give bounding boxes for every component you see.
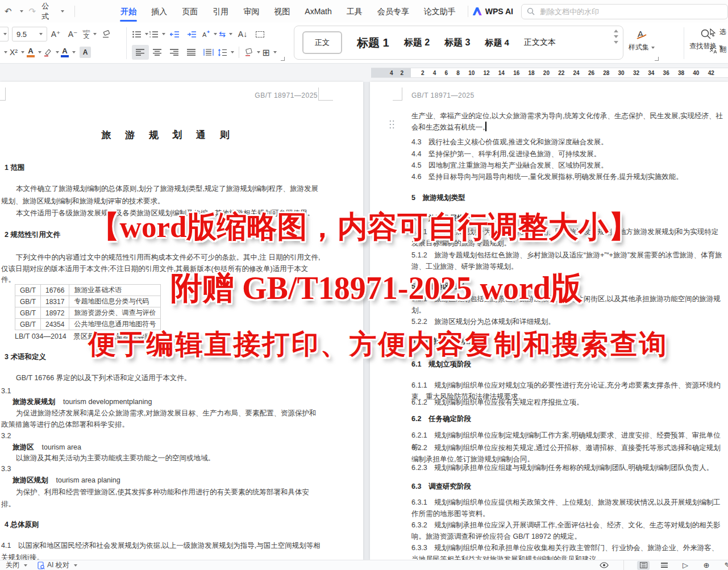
paragraph: 6.3.1 规划编制组织单位应提供相关政策文件、上位规划、旅游发展现状情况,以及…	[411, 497, 723, 519]
wps-writer-window: ↶ ↷ 公式 开始 插入 页面 引用 审阅 视图 AxMath 工具 会员专享 …	[0, 0, 728, 570]
paragraph: 4.6 坚持目标导向与问题导向相统一,量化发展指标,明确发展任务,提升规划实施效…	[411, 171, 723, 183]
clear-format-icon[interactable]	[98, 27, 115, 41]
tab-paper-helper[interactable]: 论文助手	[417, 0, 463, 23]
edit-pen-icon[interactable]: ✎	[721, 561, 728, 570]
header-crop-mark	[0, 88, 6, 101]
wps-ai-label: WPS AI	[485, 7, 513, 16]
page-view-icon[interactable]	[637, 561, 650, 570]
divider	[74, 6, 75, 17]
decrease-indent-icon[interactable]	[166, 27, 183, 41]
tab-reference[interactable]: 引用	[205, 0, 236, 23]
decrease-font-icon[interactable]: A⁻	[64, 27, 81, 41]
font-name-combo-clipped[interactable]	[0, 27, 9, 41]
outline-view-icon[interactable]	[658, 561, 671, 570]
formula-menu[interactable]: 公式	[41, 1, 52, 22]
style-heading1[interactable]: 标题 1	[357, 35, 389, 51]
char-border-icon[interactable]: A	[77, 45, 94, 60]
pinyin-guide-icon[interactable]: wén文	[81, 27, 98, 41]
sort-icon[interactable]: A↓	[234, 27, 251, 41]
page-header: GB/T 18971—2025	[255, 90, 318, 102]
web-layout-icon[interactable]: ⊕	[700, 561, 713, 570]
two-way-arrows-icon[interactable]: ⇆	[217, 27, 234, 41]
ai-proofread-button[interactable]: AI 校对	[38, 560, 77, 570]
search-icon	[527, 7, 535, 15]
paragraph: 4.5 因地制宜,注重旅游与相关产业融合发展、区域协同发展。	[411, 160, 723, 172]
style-heading3[interactable]: 标题 3	[444, 37, 470, 49]
show-marks-icon[interactable]	[251, 27, 268, 41]
shading-icon[interactable]	[244, 45, 261, 60]
tab-page[interactable]: 页面	[174, 0, 205, 23]
justify-icon[interactable]	[183, 45, 200, 60]
style-body-text[interactable]: 正文文本	[524, 38, 556, 48]
highlight-icon[interactable]	[43, 45, 60, 60]
align-left-icon[interactable]	[132, 45, 149, 60]
tab-home[interactable]: 开始	[113, 0, 144, 23]
play-fullscreen-icon[interactable]: ▷	[679, 561, 692, 570]
tab-axmath[interactable]: AxMath	[297, 0, 339, 23]
tab-insert[interactable]: 插入	[144, 0, 174, 23]
header-crop-mark	[318, 88, 333, 101]
line-spacing-icon[interactable]	[217, 45, 234, 60]
style-scroll-up-icon[interactable]	[614, 30, 618, 32]
style-gallery: 正文 标题 1 标题 2 标题 3 标题 4 正文文本	[294, 26, 623, 60]
font-size-value: 9.5	[16, 30, 27, 39]
bullet-list-icon[interactable]	[132, 27, 149, 41]
paragraph: GB/T 16766 界定的以及下列术语和定义适用于本文件。	[1, 372, 321, 384]
watermark-line-3: 便于编辑直接打印、方便内容复制和搜索查询	[14, 326, 728, 363]
divider	[126, 27, 127, 59]
tab-review[interactable]: 审阅	[236, 0, 267, 23]
ruler-margin-area: 4 2	[371, 68, 411, 77]
tab-view[interactable]: 视图	[267, 0, 297, 23]
tab-member[interactable]: 会员专享	[370, 0, 417, 23]
increase-font-icon[interactable]: A⁺	[47, 27, 64, 41]
term-definition: 为促进旅游经济发展和满足公众旅游需求,对旅游发展目标、生产力布局、要素配置、资源…	[1, 408, 321, 430]
tab-tools[interactable]: 工具	[339, 0, 370, 23]
ruler-number: 2	[400, 70, 403, 76]
style-heading4[interactable]: 标题 4	[485, 38, 509, 48]
eye-protect-icon[interactable]	[598, 561, 610, 570]
undo-icon[interactable]: ↶	[5, 6, 12, 16]
translate-button[interactable]: 翻	[709, 45, 728, 55]
numbered-list-icon[interactable]	[149, 27, 166, 41]
text-direction-icon[interactable]: A	[200, 27, 217, 41]
close-button[interactable]: 关闭	[6, 560, 27, 570]
distribute-icon[interactable]	[200, 45, 217, 60]
redo-icon[interactable]: ↷	[29, 6, 36, 16]
formula-chevron-icon[interactable]	[61, 10, 64, 13]
superscript-icon[interactable]: X²	[9, 45, 26, 60]
styles-dialog-launcher-icon[interactable]	[655, 57, 659, 61]
svg-text:A: A	[202, 31, 207, 38]
align-center-icon[interactable]	[149, 45, 166, 60]
style-heading2[interactable]: 标题 2	[404, 37, 430, 49]
paragraph-drag-handle-icon[interactable]	[389, 119, 395, 130]
style-gallery-more-icon[interactable]	[614, 41, 618, 44]
page-right[interactable]: GB/T 18971—2025 生产业、幸福产业的定位,以大众旅游需求为导向,统…	[370, 82, 728, 560]
paragraph-dialog-launcher-icon[interactable]	[281, 57, 285, 61]
select-button[interactable]: 选	[709, 27, 728, 37]
heading-1-scope: 1 范围	[5, 162, 24, 174]
paragraph: 6.1.2 规划编制组织单位应按有关规定程序报批立项。	[411, 397, 723, 409]
term-number: 3.1	[1, 385, 11, 397]
style-scroll-down-icon[interactable]	[614, 35, 618, 38]
borders-icon[interactable]: ⊞	[261, 45, 278, 60]
document-canvas[interactable]: GB/T 18971—2025 旅 游 规 划 通 则 1 范围 本文件确立了旅…	[0, 82, 728, 560]
font-color-icon[interactable]: A	[60, 45, 77, 60]
paragraph: 6.2.3 规划编制承担单位应组建与规划编制任务相称的规划编制团队,明确规划编制…	[411, 462, 725, 474]
translate-icon	[709, 46, 717, 54]
search-input[interactable]	[539, 7, 722, 16]
font-size-combo[interactable]: 9.5	[12, 27, 47, 41]
page-left[interactable]: GB/T 18971—2025 旅 游 规 划 通 则 1 范围 本文件确立了旅…	[0, 82, 363, 560]
char-shading-icon[interactable]: A	[26, 45, 43, 60]
align-right-icon[interactable]	[166, 45, 183, 60]
wps-ai-button[interactable]: WPS AI	[473, 7, 513, 16]
search-box[interactable]	[521, 4, 728, 19]
increase-indent-icon[interactable]	[183, 27, 200, 41]
style-gallery-arrows	[614, 30, 618, 44]
document-title: 旅 游 规 划 通 则	[0, 128, 336, 142]
font-style-clipped[interactable]	[0, 45, 9, 60]
style-normal[interactable]: 正文	[302, 31, 342, 54]
ribbon-tabs: 开始 插入 页面 引用 审阅 视图 AxMath 工具 会员专享 论文助手	[113, 0, 463, 23]
style-set-button[interactable]: A 样式集	[629, 28, 655, 52]
ai-proofread-icon	[38, 561, 45, 569]
undo-chevron-icon[interactable]	[20, 10, 23, 13]
